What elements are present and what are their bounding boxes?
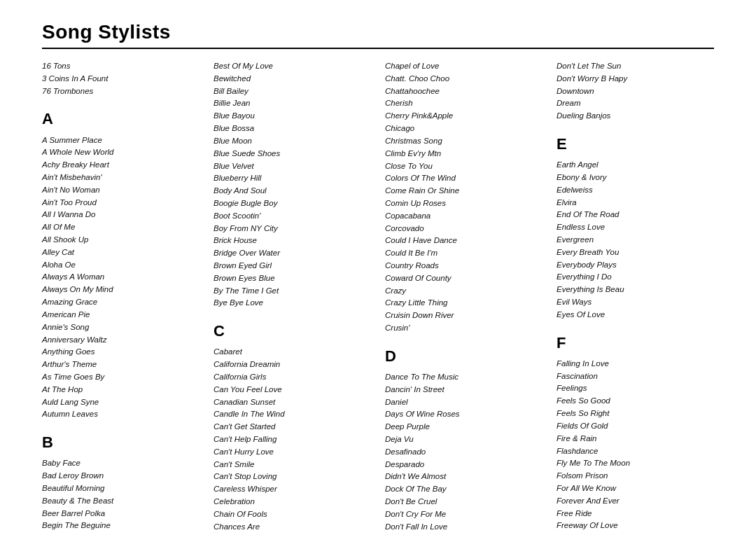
song-item: Baby Face: [42, 457, 200, 470]
song-item: As Time Goes By: [42, 371, 200, 384]
song-item: Always On My Mind: [42, 284, 200, 296]
song-column-col1: 16 Tons3 Coins In A Fount76 TrombonesAA …: [42, 60, 200, 535]
song-item: Beauty & The Beast: [42, 495, 200, 508]
song-item: Bewitched: [214, 73, 371, 85]
song-item: Endless Love: [556, 221, 714, 234]
song-item: Chatt. Choo Choo: [385, 73, 542, 85]
song-item: Falling In Love: [556, 358, 714, 370]
song-item: Can't Stop Loving: [214, 471, 371, 483]
song-item: All I Wanna Do: [42, 209, 200, 221]
song-item: Bad Leroy Brown: [42, 470, 200, 482]
song-item: Can't Get Started: [214, 421, 371, 433]
page-title: Song Stylists: [42, 21, 714, 49]
song-item: Don't Worry B Hapy: [556, 73, 714, 85]
song-item: A Summer Place: [42, 134, 200, 147]
song-item: Fascination: [556, 370, 714, 383]
song-item: Deep Purple: [385, 421, 542, 433]
song-item: All Of Me: [42, 221, 200, 234]
song-item: Anniversary Waltz: [42, 334, 200, 347]
song-item: Dancin' In Street: [385, 384, 542, 396]
song-item: Can You Feel Love: [214, 384, 371, 396]
song-item: Cruisin Down River: [385, 310, 542, 322]
song-item: Cherry Pink&Apple: [385, 110, 542, 123]
song-item: Downtown: [556, 85, 714, 98]
song-item: Edelweiss: [556, 184, 714, 197]
song-item: Country Roads: [385, 260, 542, 272]
song-item: Could It Be I'm: [385, 247, 542, 260]
song-item: Ebony & Ivory: [556, 172, 714, 184]
song-item: Ain't Misbehavin': [42, 172, 200, 184]
song-item: Blue Bayou: [214, 110, 371, 123]
song-item: Chattahoochee: [385, 85, 542, 98]
song-item: 76 Trombones: [42, 85, 200, 98]
song-item: Feelings: [556, 382, 714, 395]
song-item: Beer Barrel Polka: [42, 508, 200, 520]
song-item: Feels So Good: [556, 395, 714, 408]
song-item: End Of The Road: [556, 209, 714, 221]
song-item: Chapel of Love: [385, 60, 542, 73]
song-item: Ain't No Woman: [42, 184, 200, 197]
section-header-a: A: [42, 107, 200, 131]
song-item: At The Hop: [42, 384, 200, 396]
song-item: Alley Cat: [42, 246, 200, 259]
song-item: Folsom Prison: [556, 470, 714, 482]
song-item: Crusin': [385, 322, 542, 335]
song-item: 16 Tons: [42, 60, 200, 73]
song-item: Come Rain Or Shine: [385, 185, 542, 197]
song-item: Ain't Too Proud: [42, 197, 200, 209]
song-item: Desparado: [385, 459, 542, 471]
song-item: Celebration: [214, 496, 371, 508]
song-item: Climb Ev'ry Mtn: [385, 148, 542, 160]
song-column-col2: Best Of My LoveBewitchedBill BaileyBilli…: [214, 60, 371, 535]
section-header-e: E: [556, 132, 714, 156]
song-item: Can't Help Falling: [214, 433, 371, 446]
song-item: Daniel: [385, 396, 542, 409]
song-item: Free Ride: [556, 508, 714, 520]
song-item: Copacabana: [385, 210, 542, 223]
song-item: Crazy: [385, 285, 542, 298]
song-item: Blue Suede Shoes: [214, 148, 371, 160]
song-item: Don't Cry For Me: [385, 508, 542, 521]
song-column-col3: Chapel of LoveChatt. Choo ChooChattahooc…: [385, 60, 542, 535]
song-item: Feels So Right: [556, 408, 714, 420]
song-item: Boy From NY City: [214, 223, 371, 235]
song-item: Chicago: [385, 123, 542, 135]
song-item: Christmas Song: [385, 135, 542, 148]
song-item: Everything I Do: [556, 271, 714, 284]
song-item: California Dreamin: [214, 359, 371, 371]
song-item: Chain Of Fools: [214, 508, 371, 521]
song-item: Always A Woman: [42, 271, 200, 284]
song-item: Autumn Leaves: [42, 408, 200, 421]
song-item: Don't Be Cruel: [385, 496, 542, 508]
song-item: Arthur's Theme: [42, 359, 200, 371]
song-item: Coward Of County: [385, 272, 542, 285]
song-item: For All We Know: [556, 482, 714, 495]
song-item: Brown Eyes Blue: [214, 272, 371, 285]
song-item: Dance To The Music: [385, 371, 542, 384]
song-item: Fly Me To The Moon: [556, 457, 714, 470]
song-item: Bye Bye Love: [214, 297, 371, 310]
song-item: Dock Of The Bay: [385, 483, 542, 496]
song-item: Fields Of Gold: [556, 420, 714, 433]
song-item: Can't Smile: [214, 459, 371, 471]
song-item: Begin The Beguine: [42, 520, 200, 532]
song-item: Dream: [556, 97, 714, 110]
song-column-col4: Don't Let The SunDon't Worry B HapyDownt…: [556, 60, 714, 535]
song-item: Everything Is Beau: [556, 284, 714, 296]
song-item: Don't Let The Sun: [556, 60, 714, 73]
song-item: Colors Of The Wind: [385, 172, 542, 185]
song-item: California Girls: [214, 371, 371, 384]
song-item: Cherish: [385, 97, 542, 110]
song-item: Fire & Rain: [556, 433, 714, 445]
song-item: Amazing Grace: [42, 296, 200, 309]
song-item: Don't Fall In Love: [385, 521, 542, 534]
song-item: Could I Have Dance: [385, 235, 542, 247]
song-item: Didn't We Almost: [385, 471, 542, 483]
song-item: Aloha Oe: [42, 259, 200, 272]
song-item: 3 Coins In A Fount: [42, 73, 200, 85]
song-item: Elvira: [556, 197, 714, 209]
song-item: Close To You: [385, 160, 542, 173]
song-item: Deja Vu: [385, 433, 542, 446]
song-item: All Shook Up: [42, 234, 200, 246]
song-item: Achy Breaky Heart: [42, 159, 200, 172]
